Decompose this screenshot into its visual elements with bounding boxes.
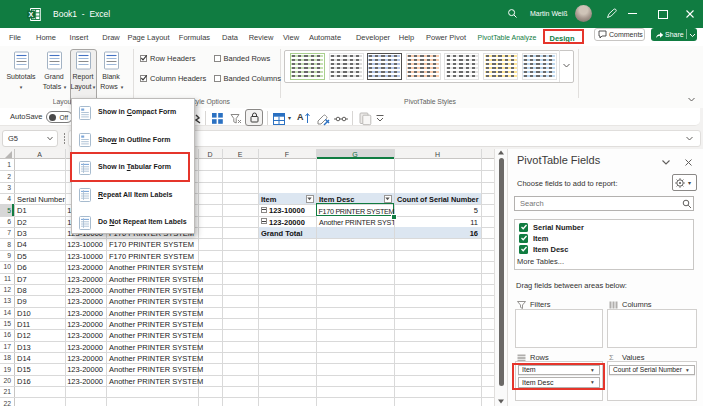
- svg-text:X: X: [29, 10, 34, 19]
